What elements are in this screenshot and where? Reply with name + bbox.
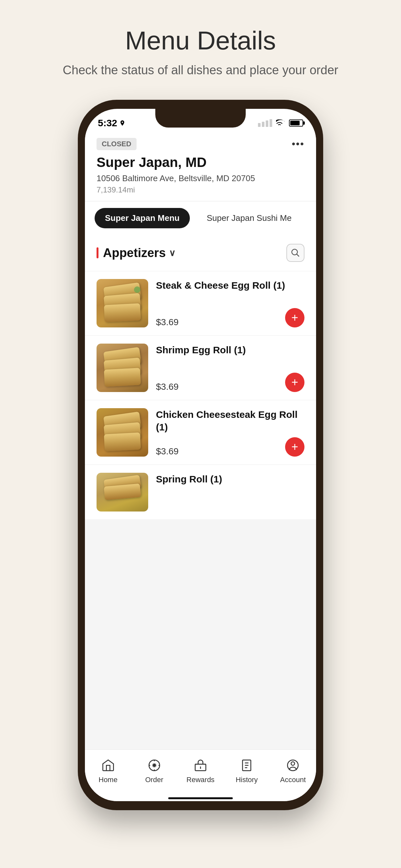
nav-home-label: Home xyxy=(98,776,118,784)
svg-line-1 xyxy=(297,254,299,257)
restaurant-name: Super Japan, MD xyxy=(96,155,305,170)
item-details: Steak & Cheese Egg Roll (1) $3.69 xyxy=(148,279,305,328)
phone-frame: 5:32 xyxy=(78,100,323,810)
phone-notch xyxy=(155,109,246,128)
item-details: Shrimp Egg Roll (1) $3.69 xyxy=(148,344,305,392)
account-icon xyxy=(285,757,301,773)
item-price: $3.69 xyxy=(156,446,305,457)
item-price: $3.69 xyxy=(156,382,305,392)
signal-icon xyxy=(258,119,272,127)
order-icon xyxy=(147,757,162,773)
menu-item: Steak & Cheese Egg Roll (1) $3.69 + xyxy=(85,271,316,335)
bottom-navigation: Home Order xyxy=(85,749,316,798)
item-name: Steak & Cheese Egg Roll (1) xyxy=(156,279,305,291)
home-icon xyxy=(100,757,116,773)
page-title: Menu Details xyxy=(63,26,338,56)
nav-order[interactable]: Order xyxy=(138,757,171,784)
item-name: Shrimp Egg Roll (1) xyxy=(156,344,305,356)
item-image-shrimp-roll xyxy=(96,344,148,392)
section-title: Appetizers ∨ xyxy=(103,246,176,260)
add-item-button[interactable]: + xyxy=(285,437,305,457)
more-button[interactable]: ••• xyxy=(291,138,305,150)
appetizers-section-header: Appetizers ∨ xyxy=(85,235,316,271)
closed-badge: CLOSED xyxy=(96,138,136,150)
item-name: Chicken Cheesesteak Egg Roll (1) xyxy=(156,408,305,433)
battery-icon xyxy=(289,120,303,127)
section-red-bar xyxy=(96,247,98,258)
menu-items-list: Steak & Cheese Egg Roll (1) $3.69 + xyxy=(85,271,316,520)
chevron-down-icon[interactable]: ∨ xyxy=(169,248,176,258)
menu-tabs: Super Japan Menu Super Japan Sushi Me xyxy=(85,202,316,235)
add-item-button[interactable]: + xyxy=(285,308,305,328)
restaurant-header: CLOSED ••• Super Japan, MD 10506 Baltimo… xyxy=(85,131,316,201)
menu-item: Chicken Cheesesteak Egg Roll (1) $3.69 + xyxy=(85,400,316,464)
history-icon xyxy=(239,757,254,773)
nav-rewards-label: Rewards xyxy=(187,776,215,784)
nav-account[interactable]: Account xyxy=(277,757,309,784)
menu-item: Shrimp Egg Roll (1) $3.69 + xyxy=(85,336,316,400)
item-name: Spring Roll (1) xyxy=(156,473,305,485)
wifi-icon xyxy=(276,120,285,127)
add-item-button[interactable]: + xyxy=(285,373,305,392)
item-details: Spring Roll (1) xyxy=(148,473,305,512)
svg-point-3 xyxy=(153,764,155,766)
menu-content: Appetizers ∨ xyxy=(85,235,316,749)
item-price: $3.69 xyxy=(156,317,305,328)
search-icon xyxy=(290,248,300,258)
nav-account-label: Account xyxy=(280,776,306,784)
restaurant-address: 10506 Baltimore Ave, Beltsville, MD 2070… xyxy=(96,174,305,183)
menu-item: Spring Roll (1) xyxy=(85,465,316,519)
item-image-steak-roll xyxy=(96,279,148,328)
item-image-spring-roll xyxy=(96,473,148,512)
location-icon xyxy=(119,120,126,126)
item-image-chicken-roll xyxy=(96,408,148,457)
nav-home[interactable]: Home xyxy=(92,757,124,784)
svg-point-10 xyxy=(291,762,295,765)
nav-history[interactable]: History xyxy=(230,757,263,784)
status-icons xyxy=(258,119,303,127)
home-indicator xyxy=(85,798,316,801)
search-button[interactable] xyxy=(286,244,305,262)
nav-rewards[interactable]: Rewards xyxy=(184,757,217,784)
page-subtitle: Check the status of all dishes and place… xyxy=(63,63,338,77)
tab-super-japan-menu[interactable]: Super Japan Menu xyxy=(95,208,190,228)
page-header: Menu Details Check the status of all dis… xyxy=(63,0,338,77)
status-time: 5:32 xyxy=(98,118,126,128)
rewards-icon xyxy=(193,757,208,773)
tab-sushi-menu[interactable]: Super Japan Sushi Me xyxy=(196,208,302,228)
restaurant-distance: 7,139.14mi xyxy=(96,185,305,194)
item-details: Chicken Cheesesteak Egg Roll (1) $3.69 xyxy=(148,408,305,457)
nav-history-label: History xyxy=(236,776,258,784)
svg-point-0 xyxy=(292,249,298,255)
nav-order-label: Order xyxy=(145,776,163,784)
